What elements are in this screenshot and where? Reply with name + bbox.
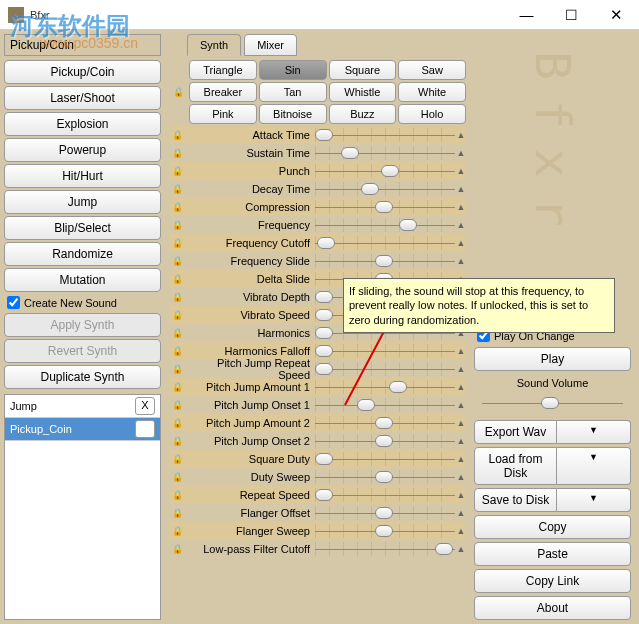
copy-button[interactable]: Copy (474, 515, 631, 539)
save-to-disk-button[interactable]: Save to Disk (474, 488, 557, 512)
param-arrow-icon[interactable]: ▲ (456, 220, 466, 230)
param-arrow-icon[interactable]: ▲ (456, 526, 466, 536)
preset-pickup-coin[interactable]: Pickup/Coin (4, 60, 161, 84)
lock-icon[interactable]: 🔒 (169, 544, 185, 554)
slider-thumb[interactable] (315, 453, 333, 465)
minimize-button[interactable]: — (504, 0, 549, 30)
lock-icon[interactable]: 🔒 (169, 292, 185, 302)
lock-icon[interactable]: 🔒 (169, 310, 185, 320)
tab-synth[interactable]: Synth (187, 34, 241, 56)
lock-icon[interactable]: 🔒 (169, 508, 185, 518)
wave-lock-icon[interactable]: 🔒 (169, 60, 187, 124)
slider-thumb[interactable] (315, 291, 333, 303)
slider-thumb[interactable] (435, 543, 453, 555)
param-slider[interactable] (315, 128, 455, 142)
param-slider[interactable] (315, 452, 455, 466)
slider-thumb[interactable] (375, 507, 393, 519)
param-arrow-icon[interactable]: ▲ (456, 508, 466, 518)
param-arrow-icon[interactable]: ▲ (456, 256, 466, 266)
slider-thumb[interactable] (317, 237, 335, 249)
create-new-sound-checkbox[interactable] (7, 296, 20, 309)
wave-saw[interactable]: Saw (398, 60, 466, 80)
param-arrow-icon[interactable]: ▲ (456, 418, 466, 428)
lock-icon[interactable]: 🔒 (169, 490, 185, 500)
slider-thumb[interactable] (389, 381, 407, 393)
param-arrow-icon[interactable]: ▲ (456, 382, 466, 392)
lock-icon[interactable]: 🔒 (169, 148, 185, 158)
slider-thumb[interactable] (375, 435, 393, 447)
param-slider[interactable] (315, 344, 455, 358)
param-arrow-icon[interactable]: ▲ (456, 166, 466, 176)
paste-button[interactable]: Paste (474, 542, 631, 566)
slider-thumb[interactable] (361, 183, 379, 195)
copy-link-button[interactable]: Copy Link (474, 569, 631, 593)
tab-mixer[interactable]: Mixer (244, 34, 297, 56)
sound-item-jump[interactable]: Jump X (5, 395, 160, 418)
param-slider[interactable] (315, 146, 455, 160)
slider-thumb[interactable] (381, 165, 399, 177)
preset-powerup[interactable]: Powerup (4, 138, 161, 162)
play-button[interactable]: Play (474, 347, 631, 371)
preset-explosion[interactable]: Explosion (4, 112, 161, 136)
export-wav-button[interactable]: Export Wav (474, 420, 557, 444)
param-slider[interactable] (315, 488, 455, 502)
lock-icon[interactable]: 🔒 (169, 274, 185, 284)
slider-thumb[interactable] (315, 489, 333, 501)
lock-icon[interactable]: 🔒 (169, 130, 185, 140)
wave-sin[interactable]: Sin (259, 60, 327, 80)
preset-hit-hurt[interactable]: Hit/Hurt (4, 164, 161, 188)
slider-thumb[interactable] (341, 147, 359, 159)
preset-blip-select[interactable]: Blip/Select (4, 216, 161, 240)
lock-icon[interactable]: 🔒 (169, 256, 185, 266)
sound-volume-slider[interactable] (474, 395, 631, 411)
wave-square[interactable]: Square (329, 60, 397, 80)
slider-thumb[interactable] (375, 525, 393, 537)
wave-bitnoise[interactable]: Bitnoise (259, 104, 327, 124)
param-slider[interactable] (315, 236, 455, 250)
about-button[interactable]: About (474, 596, 631, 620)
lock-icon[interactable]: 🔒 (169, 364, 185, 374)
load-dropdown[interactable]: ▼ (557, 447, 631, 485)
slider-thumb[interactable] (375, 417, 393, 429)
slider-thumb[interactable] (315, 327, 333, 339)
param-slider[interactable] (315, 164, 455, 178)
lock-icon[interactable]: 🔒 (169, 526, 185, 536)
save-dropdown[interactable]: ▼ (557, 488, 631, 512)
lock-icon[interactable]: 🔒 (169, 184, 185, 194)
param-arrow-icon[interactable]: ▲ (456, 454, 466, 464)
preset-mutation[interactable]: Mutation (4, 268, 161, 292)
slider-thumb[interactable] (357, 399, 375, 411)
preset-jump[interactable]: Jump (4, 190, 161, 214)
duplicate-synth-button[interactable]: Duplicate Synth (4, 365, 161, 389)
param-slider[interactable] (315, 542, 455, 556)
param-arrow-icon[interactable]: ▲ (456, 436, 466, 446)
lock-icon[interactable]: 🔒 (169, 238, 185, 248)
lock-icon[interactable]: 🔒 (169, 346, 185, 356)
slider-thumb[interactable] (375, 201, 393, 213)
param-slider[interactable] (315, 254, 455, 268)
lock-icon[interactable]: 🔒 (169, 472, 185, 482)
revert-synth-button[interactable]: Revert Synth (4, 339, 161, 363)
slider-thumb[interactable] (315, 309, 333, 321)
preset-laser-shoot[interactable]: Laser/Shoot (4, 86, 161, 110)
param-arrow-icon[interactable]: ▲ (456, 472, 466, 482)
param-slider[interactable] (315, 200, 455, 214)
delete-sound-button[interactable]: X (135, 420, 155, 438)
param-slider[interactable] (315, 434, 455, 448)
lock-icon[interactable]: 🔒 (169, 436, 185, 446)
param-slider[interactable] (315, 506, 455, 520)
export-wav-dropdown[interactable]: ▼ (557, 420, 631, 444)
param-arrow-icon[interactable]: ▲ (456, 346, 466, 356)
slider-thumb[interactable] (375, 471, 393, 483)
param-slider[interactable] (315, 362, 455, 376)
wave-triangle[interactable]: Triangle (189, 60, 257, 80)
param-slider[interactable] (315, 218, 455, 232)
lock-icon[interactable]: 🔒 (169, 418, 185, 428)
param-slider[interactable] (315, 182, 455, 196)
param-arrow-icon[interactable]: ▲ (456, 184, 466, 194)
param-arrow-icon[interactable]: ▲ (456, 400, 466, 410)
param-slider[interactable] (315, 416, 455, 430)
slider-thumb[interactable] (375, 255, 393, 267)
wave-pink[interactable]: Pink (189, 104, 257, 124)
param-slider[interactable] (315, 524, 455, 538)
